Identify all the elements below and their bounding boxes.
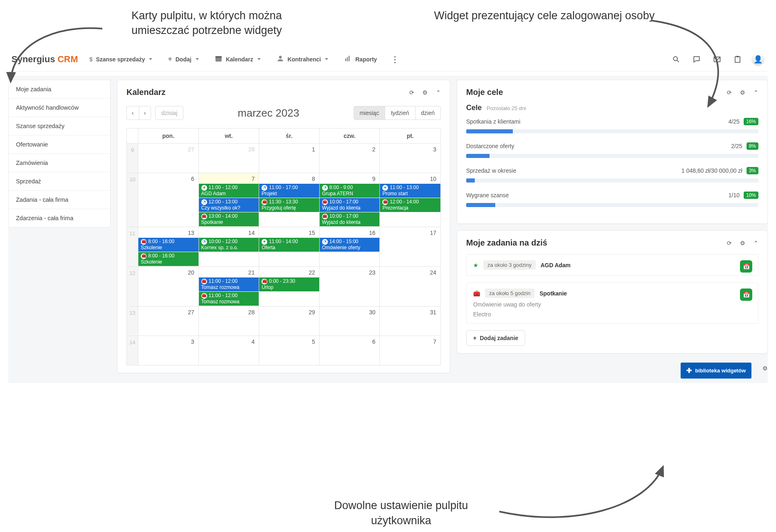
prev-button[interactable]: ‹ [126,106,139,120]
add-task-button[interactable]: +Dodaj zadanie [466,330,525,346]
calendar-cell[interactable]: 28 [199,307,259,336]
calendar-cell[interactable]: 2 [320,144,380,173]
calendar-cell[interactable]: 31 [380,307,440,336]
goals-widget: Moje cele ⟳ ⚙ ⌃ CelePozostało 25 dni Spo… [457,80,768,224]
gear-icon[interactable]: ⚙ [762,365,768,372]
calendar-cell[interactable]: 14◔10:00 - 12:00Kornex sp. z o.o. [199,227,259,266]
day-number: 20 [138,267,199,277]
nav-sales[interactable]: $Szanse sprzedaży [86,54,157,65]
calendar-cell[interactable]: 6 [320,336,380,365]
calendar-cell[interactable]: 24 [380,267,440,306]
calendar-cell[interactable]: 7★11:00 - 12:00AGD Adam◔12:00 - 13:00Czy… [199,173,259,227]
view-week[interactable]: tydzień [385,106,415,119]
gear-icon[interactable]: ⚙ [740,240,745,246]
task-calendar-icon[interactable]: 📅 [740,260,752,273]
sidebar-item[interactable]: Zamówienia [9,154,110,172]
collapse-icon[interactable]: ⌃ [436,89,441,96]
calendar-cell[interactable]: 20 [138,267,199,306]
refresh-icon[interactable]: ⟳ [727,89,732,96]
calendar-cell[interactable]: 23 [320,267,380,306]
calendar-cell[interactable]: 27 [138,307,199,336]
avatar[interactable]: 👤 [751,53,765,66]
arrow-bottom [491,458,675,524]
calendar-cell[interactable]: 3 [138,336,199,365]
clock-icon: ◔ [201,239,207,245]
sidebar-item[interactable]: Aktywność handlowców [9,99,110,117]
calendar-event[interactable]: ★11:00 - 13:00Promo start [380,184,440,198]
calendar-cell[interactable]: 17 [380,227,440,266]
annotation-tabs: Karty pulpitu, w których można umieszcza… [108,8,305,38]
calendar-event[interactable]: 🧰0:00 - 23:30Urlop [259,277,319,291]
task-item[interactable]: 🧰za około 5 godzinSpotkanieOmówienie uwa… [466,282,758,324]
refresh-icon[interactable]: ⟳ [409,89,414,96]
calendar-cell[interactable]: 3 [380,144,440,173]
calendar-event[interactable]: 🧰11:00 - 12:00Tomasz rozmowa [199,292,259,306]
calendar-event[interactable]: ★11:00 - 12:00AGD Adam [199,184,259,198]
calendar-event[interactable]: ◔12:00 - 13:00Czy wszystko ok? [199,198,259,212]
mail-icon[interactable] [711,53,724,66]
sidebar-item[interactable]: Ofertowanie [9,135,110,154]
nav-contractors[interactable]: Kontrahenci [272,52,333,66]
collapse-icon[interactable]: ⌃ [753,89,758,96]
gear-icon[interactable]: ⚙ [740,89,745,96]
calendar-event[interactable]: 🧰13:00 - 14:00Spotkanie [199,212,259,226]
widget-library-button[interactable]: ✚biblioteka widgetów [681,363,751,379]
clipboard-icon[interactable] [731,53,744,66]
calendar-cell[interactable]: 7 [380,336,440,365]
calendar-event[interactable]: 🧰12:00 - 14:00Prezentacja [380,198,440,212]
next-button[interactable]: › [139,106,151,120]
calendar-cell[interactable]: 6 [138,173,199,227]
calendar-cell[interactable]: 16◔14:00 - 15:00Omówienie oferty [320,227,380,266]
calendar-event[interactable]: 🧰10:00 - 17:00Wyjazd do klienta [320,212,380,226]
calendar-cell[interactable]: 28 [199,144,259,173]
day-number: 21 [199,267,259,277]
calendar-cell[interactable]: 5 [259,336,320,365]
calendar-event[interactable]: ◔8:00 - 9:00Grupa ATERN [320,184,380,198]
chat-icon[interactable] [690,53,703,66]
week-number: 14 [127,336,138,365]
calendar-cell[interactable]: 21🧰11:00 - 12:00Tomasz rozmowa🧰11:00 - 1… [199,267,259,306]
calendar-cell[interactable]: 29 [259,307,320,336]
calendar-event[interactable]: ★11:00 - 14:00Oferta [259,238,319,252]
calendar-cell[interactable]: 8◔11:00 - 17:00Projekt🧰11:30 - 13:30Przy… [259,173,320,227]
view-day[interactable]: dzień [415,106,440,119]
chevron-down-icon [149,58,152,60]
calendar-cell[interactable]: 10★11:00 - 13:00Promo start🧰12:00 - 14:0… [380,173,440,227]
calendar-event[interactable]: 🧰10:00 - 17:00Wyjazd do klienta [320,198,380,212]
search-icon[interactable] [670,53,683,66]
calendar-cell[interactable]: 9◔8:00 - 9:00Grupa ATERN🧰10:00 - 17:00Wy… [320,173,380,227]
calendar-event[interactable]: 🧰11:30 - 13:30Przygotuj ofertę [259,198,319,212]
calendar-event[interactable]: 🧰11:00 - 12:00Tomasz rozmowa [199,277,259,291]
refresh-icon[interactable]: ⟳ [727,240,732,246]
calendar-event[interactable]: 🧰8:00 - 16:00Szkolenie [138,252,199,266]
sidebar-item[interactable]: Zdarzenia - cała frima [9,209,110,227]
collapse-icon[interactable]: ⌃ [753,240,758,246]
nav-reports[interactable]: Raporty [340,52,381,66]
calendar-event[interactable]: ◔11:00 - 17:00Projekt [259,184,319,198]
calendar-title: Kalendarz [126,88,409,97]
calendar-event[interactable]: 🧰8:00 - 16:00Szkolenie [138,238,199,252]
task-item[interactable]: ★za około 3 godzinyAGD Adam📅 [466,254,758,276]
calendar-cell[interactable]: 4 [199,336,259,365]
task-calendar-icon[interactable]: 📅 [740,289,752,301]
calendar-event[interactable]: ◔14:00 - 15:00Omówienie oferty [320,238,380,252]
nav-add[interactable]: +Dodaj [164,52,203,66]
calendar-cell[interactable]: 30 [320,307,380,336]
sidebar-item[interactable]: Sprzedaż [9,172,110,191]
calendar-cell[interactable]: 15★11:00 - 14:00Oferta [259,227,320,266]
today-button[interactable]: dzisiaj [155,106,183,120]
person-icon [276,54,284,64]
sidebar-item[interactable]: Szanse sprzedaży [9,117,110,135]
sidebar-item[interactable]: Zadania - cała firma [9,191,110,209]
calendar-cell[interactable]: 1 [259,144,320,173]
gear-icon[interactable]: ⚙ [422,89,428,96]
sidebar-item[interactable]: Moje zadania [9,80,110,99]
calendar-cell[interactable]: 27 [138,144,199,173]
view-month[interactable]: miesiąc [354,106,385,119]
calendar-cell[interactable]: 13🧰8:00 - 16:00Szkolenie🧰8:00 - 16:00Szk… [138,227,199,266]
nav-calendar[interactable]: Kalendarz [210,52,265,66]
more-icon[interactable]: ⋮ [388,53,402,66]
calendar-cell[interactable]: 22🧰0:00 - 23:30Urlop [259,267,320,306]
calendar-event[interactable]: ◔10:00 - 12:00Kornex sp. z o.o. [199,238,259,252]
chevron-down-icon [196,58,199,60]
